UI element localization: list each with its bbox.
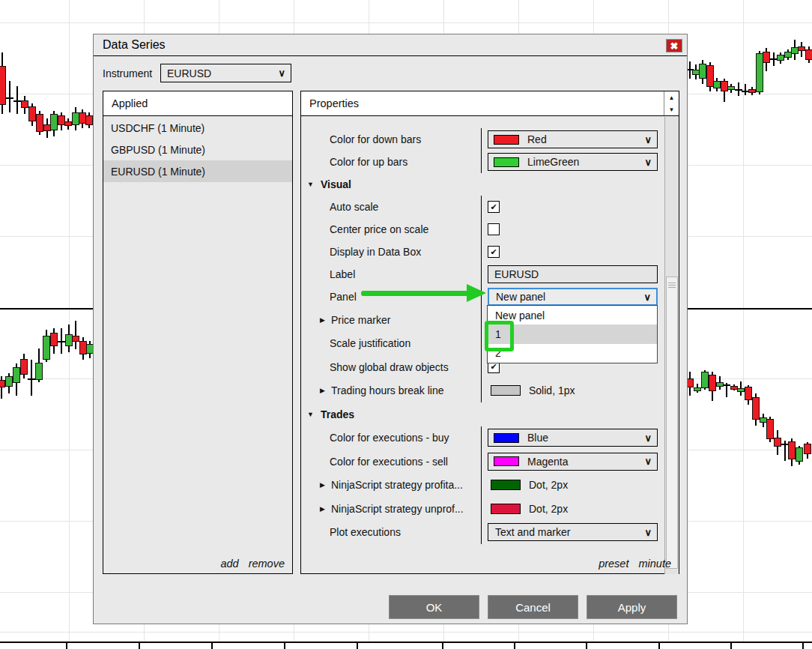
color-for-executions-buy-select[interactable]: Blue∨ xyxy=(488,429,658,447)
select-value: LimeGreen xyxy=(527,156,644,168)
panel-option-new-panel[interactable]: New panel xyxy=(488,306,657,324)
property-value: ✔ xyxy=(481,241,665,263)
expand-arrow-icon[interactable]: ▶ xyxy=(320,505,325,513)
scroll-up-icon[interactable]: ▲ xyxy=(664,91,679,103)
property-value: ✔ xyxy=(481,196,665,218)
property-value: Dot, 2px xyxy=(481,474,665,498)
color-for-up-bars-select[interactable]: LimeGreen∨ xyxy=(488,153,658,171)
line-style-control[interactable]: Dot, 2px xyxy=(491,479,568,491)
properties-preset-link[interactable]: preset xyxy=(599,558,628,570)
chevron-down-icon: ∨ xyxy=(644,528,652,537)
scroll-spinner: ▲ ▼ xyxy=(664,91,679,115)
property-value: Blue∨ xyxy=(481,426,665,450)
candle-body xyxy=(766,419,774,439)
dialog-title: Data Series xyxy=(103,38,166,52)
option-label: New panel xyxy=(495,310,545,322)
close-button[interactable]: ✖ xyxy=(666,39,682,52)
scrollbar-thumb[interactable] xyxy=(666,277,678,569)
line-style-value: Dot, 2px xyxy=(529,479,568,491)
panel-option-1[interactable]: 1 xyxy=(488,324,657,343)
property-label: Show global draw objects xyxy=(301,361,481,373)
property-label-text: Color for up bars xyxy=(330,156,407,168)
axis-tick xyxy=(442,643,443,649)
property-label-text: Price marker xyxy=(331,314,390,326)
line-style-control[interactable]: Dot, 2px xyxy=(491,503,568,515)
properties-scrollbar[interactable] xyxy=(664,117,679,574)
property-row-color-for-down-bars: Color for down barsRed∨ xyxy=(301,128,665,151)
property-value: EURUSD xyxy=(481,263,665,286)
select-value: Magenta xyxy=(527,456,644,468)
property-row-color-for-executions-buy: Color for executions - buyBlue∨ xyxy=(301,426,665,450)
property-label-text: NinjaScript strategy profita... xyxy=(331,479,463,491)
applied-item[interactable]: USDCHF (1 Minute) xyxy=(103,117,292,139)
collapse-arrow-icon[interactable]: ▼ xyxy=(307,181,314,188)
close-icon: ✖ xyxy=(670,40,679,52)
color-swatch xyxy=(494,456,519,466)
annotation-arrow-head xyxy=(467,284,486,302)
property-label: ▶NinjaScript strategy profita... xyxy=(301,479,481,491)
category-trades: ▼Trades xyxy=(301,402,665,426)
instrument-label: Instrument xyxy=(103,67,152,79)
color-for-down-bars-select[interactable]: Red∨ xyxy=(488,130,658,148)
expand-arrow-icon[interactable]: ▶ xyxy=(320,387,325,394)
data-series-dialog: Data Series ✖ Instrument EURUSD ∨ Applie… xyxy=(93,34,688,624)
properties-footer-links: presetminute xyxy=(599,558,671,570)
property-value xyxy=(481,218,665,241)
candle-body xyxy=(50,333,58,346)
apply-button[interactable]: Apply xyxy=(587,595,677,619)
property-label: Label xyxy=(301,268,481,280)
candle-body xyxy=(0,380,5,387)
color-for-executions-sell-select[interactable]: Magenta∨ xyxy=(488,453,658,471)
panel-select[interactable]: New panel∨ xyxy=(488,288,658,306)
scroll-down-icon[interactable]: ▼ xyxy=(664,103,679,115)
expand-arrow-icon[interactable]: ▶ xyxy=(320,316,325,324)
candle-body xyxy=(805,49,812,60)
line-style-value: Solid, 1px xyxy=(529,384,575,396)
property-label: Color for down bars xyxy=(301,133,481,145)
properties-panel: Properties ▲ ▼ Color for down barsRed∨Co… xyxy=(300,91,679,574)
property-label-text: Show global draw objects xyxy=(330,361,449,373)
line-style-control[interactable]: Solid, 1px xyxy=(491,384,575,396)
candle-body xyxy=(72,336,79,342)
candle-body xyxy=(709,375,716,391)
property-label: ▶NinjaScript strategy unprof... xyxy=(301,503,481,515)
cancel-button[interactable]: Cancel xyxy=(488,595,578,619)
label-input[interactable]: EURUSD xyxy=(488,265,658,283)
ok-button[interactable]: OK xyxy=(389,595,479,619)
color-swatch xyxy=(494,433,519,443)
candle-body xyxy=(21,100,28,108)
candle-wick xyxy=(75,321,76,349)
chevron-down-icon: ∨ xyxy=(644,135,652,145)
applied-remove-link[interactable]: remove xyxy=(249,558,285,570)
display-in-data-box-checkbox[interactable]: ✔ xyxy=(488,246,500,258)
auto-scale-checkbox[interactable]: ✔ xyxy=(488,201,500,213)
candle-body xyxy=(788,441,796,459)
applied-item[interactable]: GBPUSD (1 Minute) xyxy=(103,139,292,160)
candle-doji xyxy=(28,378,35,380)
chevron-down-icon: ∨ xyxy=(644,157,652,167)
chevron-down-icon: ∨ xyxy=(644,433,652,443)
applied-item[interactable]: EURUSD (1 Minute) xyxy=(103,160,292,182)
collapse-arrow-icon[interactable]: ▼ xyxy=(307,411,314,418)
applied-add-link[interactable]: add xyxy=(220,558,238,570)
annotation-arrow-shaft xyxy=(361,291,468,296)
candle-body xyxy=(701,372,709,388)
applied-panel: Applied USDCHF (1 Minute)GBPUSD (1 Minut… xyxy=(103,91,293,574)
instrument-select[interactable]: EURUSD ∨ xyxy=(160,64,291,82)
plot-executions-select[interactable]: Text and marker∨ xyxy=(488,523,658,541)
instrument-value: EURUSD xyxy=(167,67,278,79)
properties-minute-link[interactable]: minute xyxy=(638,558,671,570)
center-price-on-scale-checkbox[interactable] xyxy=(488,223,500,235)
axis-tick xyxy=(730,643,732,649)
gridline xyxy=(0,632,812,633)
expand-arrow-icon[interactable]: ▶ xyxy=(320,481,325,489)
candle-body xyxy=(699,64,706,79)
property-label-text: NinjaScript strategy unprof... xyxy=(331,503,464,515)
checkmark-icon: ✔ xyxy=(490,363,497,371)
candle-body xyxy=(50,114,58,130)
candle-body xyxy=(748,89,756,93)
chevron-down-icon: ∨ xyxy=(278,68,285,78)
panel-option-2[interactable]: 2 xyxy=(488,344,657,363)
applied-item-label: GBPUSD (1 Minute) xyxy=(111,144,205,156)
property-label-text: Auto scale xyxy=(330,201,378,213)
